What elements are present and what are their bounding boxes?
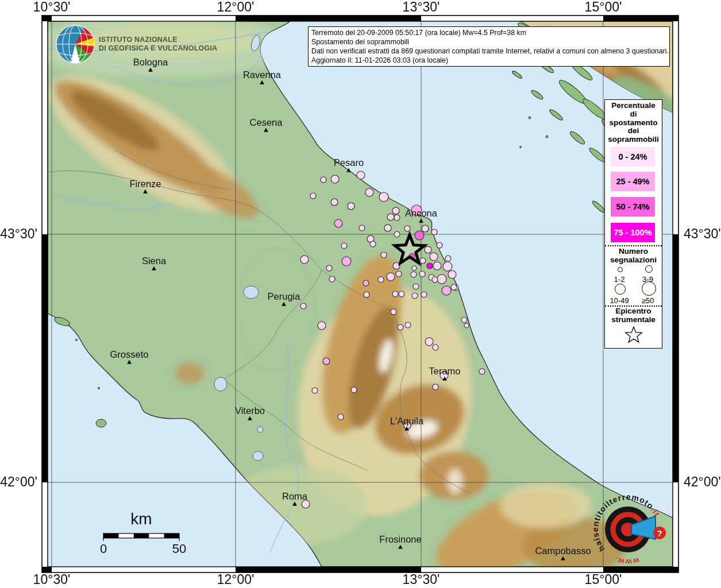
map-point <box>351 387 357 393</box>
map-point <box>448 270 456 278</box>
map-point <box>321 177 326 183</box>
map-point <box>431 229 437 235</box>
map-point <box>433 384 438 390</box>
lat-label-right-2: 42°00' <box>684 474 721 489</box>
city-label: Pesaro <box>334 157 364 168</box>
map-point <box>411 272 417 277</box>
count-label-10-49: 10-49 <box>605 296 634 305</box>
map-point <box>310 193 316 199</box>
map-point <box>392 207 399 214</box>
lat-label-left-2: 42°00' <box>0 474 37 489</box>
count-circle-1-2 <box>618 267 623 272</box>
map-point <box>412 293 418 299</box>
map-point <box>357 171 365 179</box>
city-label: Siena <box>142 256 167 266</box>
map-point <box>391 309 396 315</box>
map-point <box>348 203 354 210</box>
map-point <box>365 188 373 196</box>
map-point <box>396 271 402 277</box>
event-updated: Aggiornato il: 11-01-2026 03:03 (ora loc… <box>311 56 666 65</box>
map-point <box>341 243 347 249</box>
lon-label-top-2: 12°00' <box>217 0 255 14</box>
ingv-name-line2: DI GEOFISICA E VULCANOLOGIA <box>99 44 217 52</box>
map-point <box>312 388 318 393</box>
map-point <box>394 215 400 220</box>
map-point <box>364 292 369 297</box>
map-point <box>430 253 438 261</box>
ingv-name-line1: ISTITUTO NAZIONALE <box>99 36 178 44</box>
lon-label-bottom-1: 10°30' <box>33 572 71 587</box>
map-point <box>331 199 338 206</box>
map-point <box>427 263 433 269</box>
map-point <box>381 252 387 258</box>
scale-bar-start: 0 <box>100 541 107 556</box>
event-data-note: Dati non verificati estratti da 869 ques… <box>311 47 666 56</box>
count-label-1-2: 1-2 <box>605 275 634 284</box>
lon-label-bottom-4: 15°00' <box>585 572 622 587</box>
count-circle-3-9 <box>645 265 653 273</box>
question-mark: ? <box>657 528 662 538</box>
map-point <box>300 303 306 309</box>
legend-swatch-0-24: 0 - 24% <box>611 147 655 167</box>
map-point <box>378 277 384 283</box>
lon-label-bottom-3: 13°30' <box>403 572 440 587</box>
map-point <box>334 219 342 227</box>
city-label: Campobasso <box>535 546 591 556</box>
event-headline: Terremoto del 20-09-2009 05:50:17 (ora l… <box>311 28 666 37</box>
map-point <box>338 414 344 420</box>
map-point <box>437 274 446 284</box>
map-point <box>437 242 442 248</box>
legend-swatch-75-100: 75 - 100% <box>611 223 655 242</box>
page: { "frame": { "meridians": [ {"label": "1… <box>0 0 721 588</box>
map-point <box>394 231 400 237</box>
map-point <box>419 271 425 277</box>
map-point <box>425 338 433 346</box>
map-point <box>323 358 330 365</box>
map-point <box>393 262 400 269</box>
legend: Percentuale di spostamento dei soprammob… <box>604 99 662 349</box>
city-label: Ancona <box>405 208 438 218</box>
map-point <box>300 256 309 264</box>
map-point <box>384 225 391 231</box>
scale-bar-end: 50 <box>172 541 186 556</box>
map-point <box>359 225 365 231</box>
map-point <box>387 214 394 220</box>
legend-pct-title: Percentuale di spostamento dei soprammob… <box>605 102 662 144</box>
legend-count-title: Numero segnalazioni <box>605 247 662 265</box>
legend-epicenter-title: Epicentro strumentale <box>605 307 662 324</box>
map-point <box>326 265 332 271</box>
lat-label-right-1: 43°30' <box>684 226 721 241</box>
lon-label-top-4: 15°00' <box>585 0 622 14</box>
map-point <box>331 175 339 183</box>
city-label: Frosinone <box>379 534 421 544</box>
city-label: Cesena <box>250 117 283 127</box>
map-point <box>420 258 426 264</box>
event-info-box: Terremoto del 20-09-2009 05:50:17 (ora l… <box>308 26 670 67</box>
city-label: Perugia <box>268 291 301 301</box>
map-point <box>413 284 419 289</box>
legend-swatch-50-74: 50 - 74% <box>611 197 655 216</box>
lon-label-top-3: 13°30' <box>403 0 440 14</box>
lon-label-top-1: 10°30' <box>33 0 71 14</box>
city-label: Ravenna <box>243 69 282 80</box>
city-label: L'Aquila <box>390 416 424 426</box>
map-point <box>464 323 469 328</box>
count-circle-10-49 <box>615 284 626 295</box>
map-point <box>379 192 388 202</box>
ingv-globe-icon <box>56 25 94 63</box>
map-point <box>461 317 467 323</box>
legend-divider-1 <box>605 245 662 246</box>
map-point <box>422 225 429 232</box>
map-point <box>433 262 441 270</box>
lat-label-left-1: 43°30' <box>0 226 37 241</box>
city-label: Grosseto <box>110 349 149 359</box>
map-point <box>445 256 451 261</box>
map-point <box>302 500 310 508</box>
map-point <box>399 291 404 297</box>
map-point <box>363 280 369 286</box>
map-point <box>412 266 417 270</box>
event-question: Spostamento dei soprammobili <box>311 37 666 47</box>
map-point <box>432 277 438 283</box>
map-point <box>404 226 410 231</box>
map-point <box>405 322 411 328</box>
